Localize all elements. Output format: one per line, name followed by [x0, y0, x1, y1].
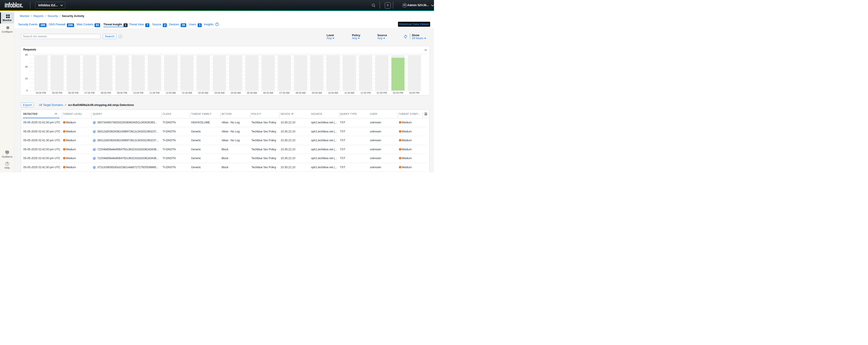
svg-text:?: ? — [216, 23, 218, 26]
